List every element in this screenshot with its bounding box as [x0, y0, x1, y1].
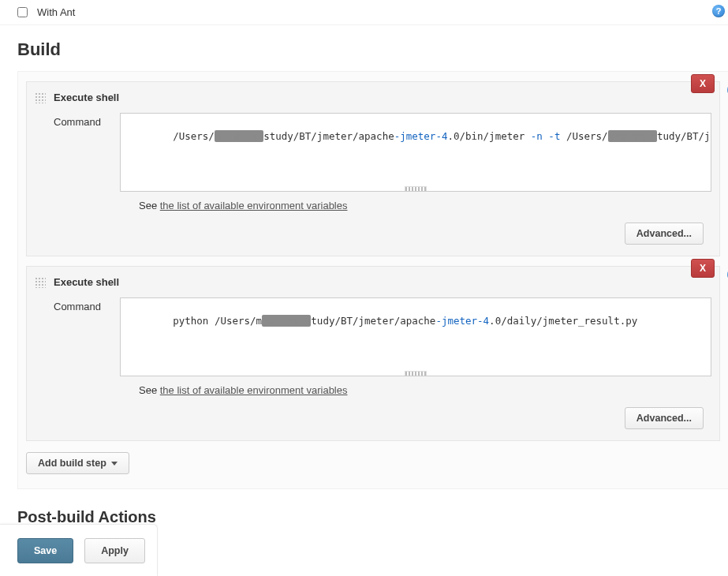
env-vars-prefix: See	[139, 200, 160, 211]
advanced-button[interactable]: Advanced...	[625, 407, 704, 429]
delete-step-button[interactable]: X	[691, 259, 715, 278]
resize-grip-icon[interactable]	[405, 371, 427, 376]
build-step: X ? Execute shell Command /Users/m m m s…	[26, 81, 720, 256]
add-build-step-button[interactable]: Add build step	[26, 452, 129, 474]
build-step-header: Execute shell	[35, 275, 711, 297]
add-build-step-label: Add build step	[38, 458, 106, 469]
build-step-header: Execute shell	[35, 90, 711, 113]
footer-bar: Save Apply	[0, 524, 158, 576]
with-ant-checkbox[interactable]	[17, 7, 28, 17]
advanced-row: Advanced...	[35, 396, 711, 429]
command-input[interactable]: /Users/m m m study/BT/jmeter/apache-jmet…	[120, 113, 711, 192]
env-vars-link[interactable]: the list of available environment variab…	[160, 200, 348, 211]
command-row: Command python /Users/mmm mm tudy/BT/jme…	[35, 297, 711, 376]
resize-grip-icon[interactable]	[405, 186, 427, 191]
with-ant-row: With Ant ?	[0, 0, 728, 25]
advanced-row: Advanced...	[35, 211, 711, 245]
env-vars-hint: See the list of available environment va…	[35, 192, 711, 211]
command-row: Command /Users/m m m study/BT/jmeter/apa…	[35, 113, 711, 192]
post-build-actions-title: Post-build Actions	[0, 489, 728, 526]
add-step-row: Add build step	[18, 441, 728, 474]
with-ant-label: With Ant	[37, 6, 75, 18]
env-vars-hint: See the list of available environment va…	[35, 376, 711, 396]
build-section-body: X ? Execute shell Command /Users/m m m s…	[17, 71, 728, 489]
env-vars-link[interactable]: the list of available environment variab…	[160, 384, 348, 396]
advanced-button[interactable]: Advanced...	[625, 223, 704, 245]
command-label: Command	[54, 297, 110, 312]
save-button[interactable]: Save	[17, 538, 73, 563]
build-section-title: Build	[0, 25, 728, 71]
build-step-title: Execute shell	[54, 276, 119, 288]
command-input[interactable]: python /Users/mmm mm tudy/BT/jmeter/apac…	[120, 297, 711, 376]
apply-button[interactable]: Apply	[84, 538, 145, 563]
help-icon[interactable]: ?	[712, 5, 725, 17]
drag-handle-icon[interactable]	[35, 277, 46, 288]
drag-handle-icon[interactable]	[35, 92, 46, 103]
env-vars-prefix: See	[139, 384, 160, 396]
delete-step-button[interactable]: X	[691, 74, 715, 93]
build-step-title: Execute shell	[54, 92, 119, 103]
build-step: X ? Execute shell Command python /Users/…	[26, 266, 720, 441]
command-label: Command	[54, 113, 110, 128]
chevron-down-icon	[111, 462, 118, 466]
